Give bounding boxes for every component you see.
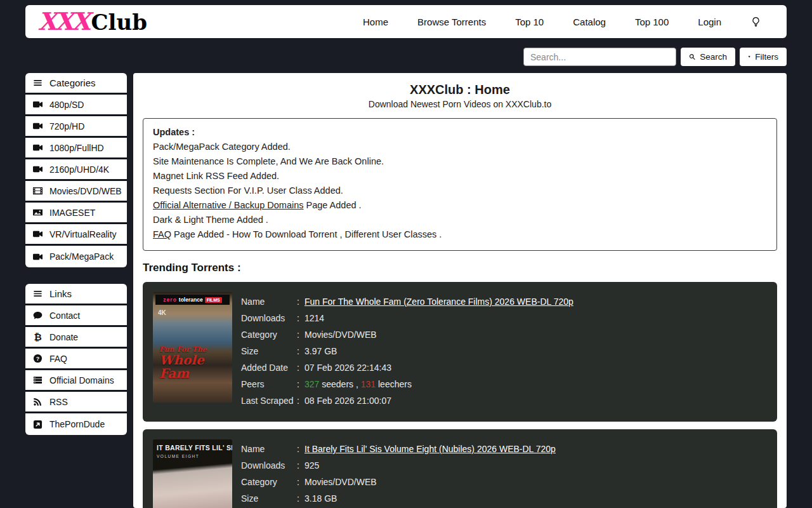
bitcoin-icon: ₿: [33, 331, 43, 342]
updates-box: Updates : Pack/MegaPack Category Added. …: [143, 118, 777, 251]
external-link-icon: [33, 420, 43, 429]
main-panel: XXXClub : Home Download Newest Porn Vide…: [133, 73, 787, 508]
cover-4k-badge: 4K: [158, 309, 166, 316]
links-header: Links: [25, 284, 127, 305]
page-title: XXXClub : Home: [133, 83, 787, 97]
nav-catalog[interactable]: Catalog: [573, 17, 606, 27]
server-stack-icon: [33, 375, 43, 385]
torrent-row-downloads: Downloads: 1214: [241, 312, 767, 324]
sidebar-item-donate[interactable]: ₿ Donate: [25, 327, 127, 349]
sidebar-item-imageset[interactable]: IMAGESET: [25, 203, 127, 224]
search-input[interactable]: [523, 48, 676, 66]
cover-studio-banner: zero tolerance FILMS: [155, 295, 230, 305]
search-button-label: Search: [700, 52, 727, 62]
sidebar-item-720p-hd[interactable]: 720p/HD: [25, 116, 127, 138]
torrent-row-category: Category: Movies/DVD/WEB: [241, 329, 767, 340]
logo-xxx-text: XXX: [38, 10, 88, 34]
video-camera-icon: [33, 100, 43, 109]
torrent-row-size: Size: 3.18 GB: [241, 493, 767, 504]
torrent-row-name: Name: Fun For The Whole Fam (Zero Tolera…: [241, 296, 767, 307]
main-nav: Home Browse Torrents Top 10 Catalog Top …: [363, 17, 761, 27]
torrent-row-size: Size: 3.97 GB: [241, 345, 767, 357]
sidebar: Categories 480p/SD 720p/HD 1080p/FullHD …: [25, 73, 127, 451]
magnifier-icon: [689, 53, 695, 61]
sidebar-item-faq[interactable]: ? FAQ: [25, 349, 127, 370]
image-icon: [33, 208, 43, 217]
video-camera-icon: [33, 143, 43, 152]
funnel-icon: [748, 53, 750, 61]
torrent-card: IT BARELY FITS LIL' SIS! VOLUME EIGHT Na…: [143, 429, 777, 508]
theme-toggle-lightbulb-icon[interactable]: [750, 17, 761, 27]
film-strip-icon: [33, 186, 43, 196]
update-line: Pack/MegaPack Category Added.: [153, 140, 767, 154]
video-camera-icon: [33, 229, 43, 239]
torrent-row-name: Name: It Barely Fits Lil' Sis Volume Eig…: [241, 443, 767, 455]
sidebar-item-pack-megapack[interactable]: Pack/MegaPack: [25, 246, 127, 267]
nav-login[interactable]: Login: [698, 17, 721, 27]
sidebar-item-480p-sd[interactable]: 480p/SD: [25, 95, 127, 116]
nav-browse-torrents[interactable]: Browse Torrents: [417, 17, 486, 27]
video-camera-icon: [33, 252, 43, 262]
sidebar-item-movies-dvd-web[interactable]: Movies/DVD/WEB: [25, 181, 127, 203]
logo-club-text: Club: [91, 11, 147, 33]
cover-title: Fun For The Whole Fam: [153, 345, 232, 380]
filters-button[interactable]: Filters: [740, 48, 787, 66]
torrent-cover-thumbnail[interactable]: IT BARELY FITS LIL' SIS! VOLUME EIGHT: [153, 439, 232, 508]
search-row: Search Filters: [523, 48, 787, 66]
trending-heading: Trending Torrents :: [143, 262, 787, 274]
site-logo[interactable]: XXX Club: [38, 10, 147, 34]
update-line: Official Alternative / Backup Domains Pa…: [153, 198, 767, 213]
update-line: Magnet Link RSS Feed Added.: [153, 169, 767, 184]
categories-header-label: Categories: [49, 77, 96, 88]
categories-header: Categories: [25, 73, 127, 95]
filters-button-label: Filters: [755, 52, 778, 62]
question-circle-icon: ?: [33, 354, 43, 363]
top-header-bar: XXX Club Home Browse Torrents Top 10 Cat…: [25, 5, 787, 38]
update-line: Dark & Light Theme Added .: [153, 213, 767, 227]
update-line: FAQ Page Added - How To Download Torrent…: [153, 227, 767, 242]
video-camera-icon: [33, 121, 43, 131]
sidebar-item-vr-virtualreality[interactable]: VR/VirtualReality: [25, 224, 127, 246]
official-domains-link[interactable]: Official Alternative / Backup Domains: [153, 200, 303, 210]
torrent-row-category: Category: Movies/DVD/WEB: [241, 476, 767, 488]
sidebar-item-theporndude[interactable]: ThePornDude: [25, 413, 127, 435]
speech-bubble-icon: [33, 311, 43, 320]
faq-link[interactable]: FAQ: [153, 229, 171, 239]
torrent-name-link[interactable]: Fun For The Whole Fam (Zero Tolerance Fi…: [304, 296, 767, 307]
rss-icon: [33, 397, 43, 406]
sidebar-item-contact[interactable]: Contact: [25, 305, 127, 327]
nav-top-10[interactable]: Top 10: [515, 17, 544, 27]
sidebar-item-1080p-fullhd[interactable]: 1080p/FullHD: [25, 138, 127, 159]
torrent-row-added-date: Added Date: 07 Feb 2026 22:14:43: [241, 362, 767, 373]
torrent-card: zero tolerance FILMS 4K Fun For The Whol…: [143, 282, 777, 422]
categories-box: Categories 480p/SD 720p/HD 1080p/FullHD …: [25, 73, 127, 267]
cover-title: IT BARELY FITS LIL' SIS! VOLUME EIGHT: [157, 444, 228, 458]
nav-top-100[interactable]: Top 100: [635, 17, 669, 27]
update-line: Site Maintenance Is Complete, And We Are…: [153, 154, 767, 169]
leechers-count: 131: [361, 379, 376, 389]
hamburger-menu-icon: [33, 78, 43, 88]
links-header-label: Links: [49, 288, 72, 299]
torrent-row-last-scraped: Last Scraped: 08 Feb 2026 21:00:07: [241, 395, 767, 406]
torrent-row-downloads: Downloads: 925: [241, 460, 767, 471]
sidebar-item-official-domains[interactable]: Official Domains: [25, 370, 127, 392]
update-line: Requests Section For V.I.P. User Class A…: [153, 184, 767, 198]
updates-heading: Updates :: [153, 125, 767, 140]
links-box: Links Contact ₿ Donate ? FAQ: [25, 284, 127, 435]
torrent-details: Name: It Barely Fits Lil' Sis Volume Eig…: [241, 439, 767, 508]
page: XXX Club Home Browse Torrents Top 10 Cat…: [0, 0, 812, 508]
torrent-name-link[interactable]: It Barely Fits Lil' Sis Volume Eight (Nu…: [304, 443, 767, 455]
svg-text:?: ?: [36, 356, 39, 362]
search-button[interactable]: Search: [681, 48, 735, 66]
torrent-row-peers: Peers: 327 seeders , 131 leechers: [241, 378, 767, 390]
sidebar-item-rss[interactable]: RSS: [25, 392, 127, 413]
video-camera-icon: [33, 164, 43, 174]
seeders-count: 327: [304, 379, 319, 389]
torrent-details: Name: Fun For The Whole Fam (Zero Tolera…: [241, 292, 767, 411]
hamburger-menu-icon: [33, 289, 43, 298]
nav-home[interactable]: Home: [363, 17, 388, 27]
page-subtitle: Download Newest Porn Videos on XXXClub.t…: [133, 99, 787, 109]
sidebar-item-2160p-uhd-4k[interactable]: 2160p/UHD/4K: [25, 159, 127, 181]
torrent-cover-thumbnail[interactable]: zero tolerance FILMS 4K Fun For The Whol…: [153, 292, 232, 403]
